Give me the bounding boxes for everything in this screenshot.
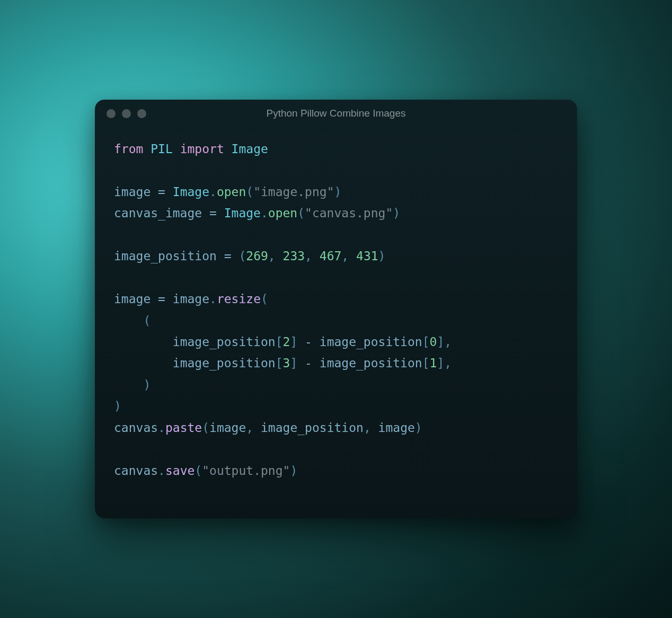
bracket-close: ] (290, 356, 297, 370)
class-image: Image (224, 206, 261, 220)
paren-close: ) (378, 249, 386, 263)
paren-open: ( (297, 206, 305, 220)
bracket-open: [ (276, 356, 283, 370)
paren-open: ( (143, 314, 151, 328)
method-open: open (268, 206, 297, 220)
window-title: Python Pillow Combine Images (95, 108, 577, 119)
var-image-position: image_position (173, 335, 276, 349)
var-canvas: canvas (114, 464, 158, 478)
var-image: image (114, 292, 151, 306)
number: 431 (356, 249, 378, 263)
keyword-from: from (114, 142, 143, 156)
comma: , (444, 335, 452, 349)
var-image-position: image_position (320, 356, 422, 370)
assign: = (202, 206, 224, 220)
class-image: Image (232, 142, 268, 156)
indent (114, 356, 173, 370)
bracket-close: ] (290, 335, 297, 349)
number: 467 (320, 249, 342, 263)
bracket-open: [ (276, 335, 283, 349)
assign: = (151, 185, 173, 199)
assign: = (217, 249, 239, 263)
dot: . (158, 421, 165, 435)
var-image: image (114, 185, 151, 199)
paren-open: ( (202, 421, 209, 435)
keyword-import: import (180, 142, 224, 156)
dot: . (209, 292, 217, 306)
method-save: save (165, 464, 194, 478)
dot: . (158, 464, 165, 478)
comma: , (305, 249, 320, 263)
operator-minus: - (297, 356, 320, 370)
dot: . (261, 206, 268, 220)
var-canvas: canvas (114, 421, 158, 435)
indent (114, 335, 173, 349)
comma: , (341, 249, 356, 263)
dot: . (209, 185, 217, 199)
paren-close: ) (334, 185, 341, 199)
comma: , (444, 356, 452, 370)
arg-image: image (209, 421, 246, 435)
close-icon[interactable] (107, 109, 116, 118)
minimize-icon[interactable] (122, 109, 131, 118)
traffic-lights (107, 109, 146, 118)
bracket-open: [ (422, 335, 430, 349)
class-image: Image (173, 185, 209, 199)
bracket-close: ] (437, 356, 444, 370)
method-open: open (217, 185, 246, 199)
number: 3 (283, 356, 290, 370)
bracket-close: ] (437, 335, 444, 349)
titlebar: Python Pillow Combine Images (95, 100, 577, 123)
string-literal: "output.png" (202, 464, 290, 478)
comma: , (268, 249, 283, 263)
number: 1 (430, 356, 437, 370)
method-resize: resize (217, 292, 261, 306)
paren-close: ) (143, 378, 151, 392)
var-image-position: image_position (114, 249, 217, 263)
paren-open: ( (238, 249, 246, 263)
number: 269 (246, 249, 268, 263)
maximize-icon[interactable] (137, 109, 146, 118)
code-editor[interactable]: from PIL import Image image = Image.open… (95, 123, 577, 492)
string-literal: "image.png" (253, 185, 334, 199)
paren-open: ( (246, 185, 253, 199)
var-image-position: image_position (320, 335, 422, 349)
paren-close: ) (393, 206, 400, 220)
var-image-position: image_position (173, 356, 276, 370)
number: 233 (283, 249, 305, 263)
indent (114, 378, 143, 392)
comma: , (364, 421, 378, 435)
var-image: image (173, 292, 209, 306)
string-literal: "canvas.png" (305, 206, 393, 220)
bracket-open: [ (422, 356, 430, 370)
arg-image-position: image_position (261, 421, 364, 435)
paren-close: ) (114, 399, 121, 413)
method-paste: paste (165, 421, 202, 435)
number: 2 (283, 335, 290, 349)
paren-close: ) (415, 421, 422, 435)
indent (114, 314, 143, 328)
paren-close: ) (290, 464, 297, 478)
operator-minus: - (297, 335, 320, 349)
paren-open: ( (261, 292, 268, 306)
paren-open: ( (194, 464, 202, 478)
comma: , (246, 421, 261, 435)
var-canvas-image: canvas_image (114, 206, 202, 220)
number: 0 (430, 335, 437, 349)
assign: = (151, 292, 173, 306)
code-window: Python Pillow Combine Images from PIL im… (95, 100, 577, 519)
arg-image: image (378, 421, 415, 435)
module-pil: PIL (151, 142, 173, 156)
